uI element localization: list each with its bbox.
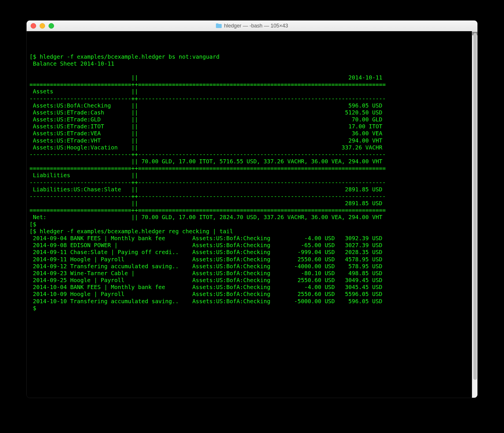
window-title: hledger — -bash — 105×43 — [224, 23, 288, 29]
scrollbar-thumb[interactable] — [473, 33, 477, 380]
window-title-container: hledger — -bash — 105×43 — [216, 23, 288, 29]
minimize-icon[interactable] — [40, 23, 45, 29]
zoom-icon[interactable] — [49, 23, 54, 29]
folder-icon — [216, 23, 222, 28]
titlebar[interactable]: hledger — -bash — 105×43 — [27, 21, 477, 31]
traffic-lights — [31, 23, 54, 29]
scrollbar-track[interactable] — [472, 31, 477, 398]
terminal-content[interactable]: [$ hledger -f examples/bcexample.hledger… — [29, 53, 476, 312]
terminal-window: hledger — -bash — 105×43 [$ hledger -f e… — [26, 20, 478, 398]
close-icon[interactable] — [31, 23, 36, 29]
terminal-area[interactable]: [$ hledger -f examples/bcexample.hledger… — [27, 31, 477, 398]
